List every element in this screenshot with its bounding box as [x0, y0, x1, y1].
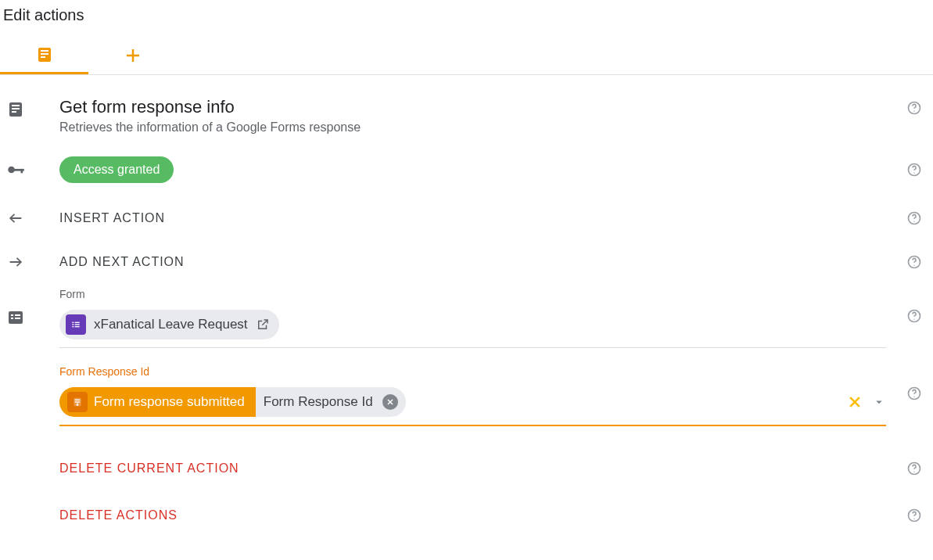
- remove-chip-button[interactable]: [382, 394, 398, 410]
- form-field-label: Form: [59, 288, 886, 300]
- svg-rect-30: [72, 326, 74, 327]
- delete-current-action-button[interactable]: DELETE CURRENT ACTION: [59, 461, 239, 475]
- help-button[interactable]: [895, 162, 933, 178]
- google-forms-icon: [66, 314, 86, 335]
- svg-rect-29: [75, 324, 80, 325]
- delete-actions-button[interactable]: DELETE ACTIONS: [59, 508, 178, 522]
- svg-rect-36: [75, 401, 81, 402]
- list-icon: [0, 288, 31, 327]
- help-button[interactable]: [895, 254, 933, 270]
- form-action-icon: [35, 45, 54, 64]
- svg-point-18: [913, 221, 914, 222]
- add-next-action-button[interactable]: ADD NEXT ACTION: [59, 255, 185, 268]
- svg-point-46: [913, 519, 914, 519]
- spacer: [0, 467, 31, 470]
- svg-rect-7: [12, 105, 20, 106]
- svg-rect-25: [15, 318, 20, 319]
- svg-point-44: [913, 472, 914, 472]
- tab-current-action[interactable]: [0, 37, 88, 74]
- clear-field-button[interactable]: [847, 394, 863, 410]
- form-chip[interactable]: xFanatical Leave Request: [59, 310, 279, 339]
- svg-rect-1: [41, 50, 48, 52]
- svg-rect-28: [72, 324, 74, 325]
- arrow-right-icon: [0, 253, 31, 271]
- insert-action-button[interactable]: INSERT ACTION: [59, 211, 165, 224]
- action-title: Get form response info: [59, 97, 886, 117]
- response-id-field[interactable]: Form response submitted Form Response Id: [59, 382, 886, 426]
- help-button[interactable]: [895, 97, 933, 116]
- svg-point-11: [913, 111, 914, 112]
- form-action-icon: [0, 97, 31, 119]
- svg-rect-9: [12, 111, 16, 113]
- help-button[interactable]: [895, 210, 933, 226]
- svg-rect-22: [11, 314, 13, 316]
- help-button[interactable]: [895, 365, 933, 401]
- svg-rect-24: [11, 318, 13, 319]
- value-chip[interactable]: Form Response Id: [256, 387, 406, 417]
- form-chip-label: xFanatical Leave Request: [94, 317, 248, 332]
- svg-rect-8: [12, 108, 20, 109]
- value-chip-label: Form Response Id: [264, 394, 373, 410]
- form-field[interactable]: xFanatical Leave Request: [59, 305, 886, 348]
- source-chip[interactable]: Form response submitted: [59, 387, 256, 417]
- svg-point-33: [913, 319, 914, 320]
- svg-point-42: [913, 397, 914, 397]
- svg-rect-2: [41, 53, 48, 55]
- page-title: Edit actions: [3, 6, 933, 24]
- source-chip-label: Form response submitted: [94, 394, 245, 410]
- svg-rect-23: [15, 314, 20, 316]
- help-button[interactable]: [895, 288, 933, 324]
- key-icon: [0, 160, 31, 180]
- open-in-new-icon[interactable]: [256, 318, 270, 332]
- access-granted-chip[interactable]: Access granted: [59, 156, 174, 183]
- svg-rect-31: [75, 326, 80, 327]
- svg-rect-3: [41, 56, 45, 58]
- tab-add-action[interactable]: [88, 37, 177, 74]
- plus-icon: [124, 46, 142, 65]
- spacer: [0, 514, 31, 517]
- help-button[interactable]: [895, 461, 933, 476]
- dropdown-button[interactable]: [872, 395, 886, 409]
- svg-rect-26: [72, 322, 74, 323]
- svg-rect-14: [21, 169, 23, 173]
- response-id-label: Form Response Id: [59, 365, 886, 378]
- action-description: Retrieves the information of a Google Fo…: [59, 120, 886, 135]
- spacer: [0, 365, 31, 368]
- svg-rect-35: [75, 400, 81, 400]
- tabs: [0, 37, 933, 75]
- form-submit-icon: [67, 392, 88, 412]
- svg-point-12: [8, 167, 15, 174]
- svg-point-20: [913, 265, 914, 266]
- arrow-left-icon: [0, 210, 31, 227]
- help-button[interactable]: [895, 508, 933, 523]
- svg-rect-27: [75, 322, 80, 323]
- svg-point-16: [913, 173, 914, 174]
